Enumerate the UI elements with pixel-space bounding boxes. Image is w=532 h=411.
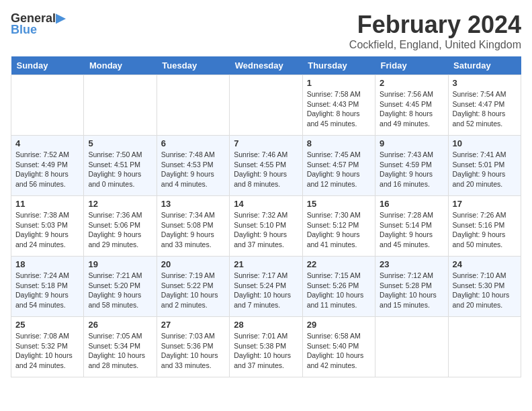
calendar-cell: 26Sunrise: 7:05 AM Sunset: 5:34 PM Dayli… — [84, 317, 157, 377]
day-number: 18 — [15, 259, 79, 269]
day-number: 15 — [307, 199, 371, 209]
day-number: 2 — [380, 78, 443, 88]
calendar-cell: 17Sunrise: 7:26 AM Sunset: 5:16 PM Dayli… — [448, 196, 521, 257]
day-info: Sunrise: 7:19 AM Sunset: 5:22 PM Dayligh… — [161, 271, 225, 310]
calendar-cell: 3Sunrise: 7:54 AM Sunset: 4:47 PM Daylig… — [448, 75, 521, 136]
calendar-cell: 15Sunrise: 7:30 AM Sunset: 5:12 PM Dayli… — [302, 196, 375, 257]
calendar-cell: 14Sunrise: 7:32 AM Sunset: 5:10 PM Dayli… — [230, 196, 302, 257]
calendar-week-0: 1Sunrise: 7:58 AM Sunset: 4:43 PM Daylig… — [11, 75, 521, 136]
weekday-header-thursday: Thursday — [302, 56, 375, 75]
day-info: Sunrise: 7:28 AM Sunset: 5:14 PM Dayligh… — [380, 210, 443, 250]
day-info: Sunrise: 7:21 AM Sunset: 5:20 PM Dayligh… — [88, 271, 152, 310]
day-info: Sunrise: 7:26 AM Sunset: 5:16 PM Dayligh… — [453, 210, 517, 250]
day-number: 23 — [380, 259, 443, 269]
calendar-cell: 9Sunrise: 7:43 AM Sunset: 4:59 PM Daylig… — [375, 136, 448, 196]
day-info: Sunrise: 7:36 AM Sunset: 5:06 PM Dayligh… — [88, 210, 152, 250]
day-info: Sunrise: 7:05 AM Sunset: 5:34 PM Dayligh… — [88, 331, 152, 371]
day-number: 6 — [161, 138, 225, 148]
day-info: Sunrise: 7:48 AM Sunset: 4:53 PM Dayligh… — [161, 150, 225, 189]
day-info: Sunrise: 7:50 AM Sunset: 4:51 PM Dayligh… — [88, 150, 152, 189]
day-info: Sunrise: 7:43 AM Sunset: 4:59 PM Dayligh… — [380, 150, 443, 189]
day-number: 10 — [453, 138, 517, 148]
day-info: Sunrise: 7:30 AM Sunset: 5:12 PM Dayligh… — [307, 210, 371, 250]
calendar-cell: 7Sunrise: 7:46 AM Sunset: 4:55 PM Daylig… — [230, 136, 302, 196]
calendar-cell — [230, 75, 302, 136]
title-block: February 2024 Cockfield, England, United… — [349, 11, 521, 51]
day-info: Sunrise: 7:03 AM Sunset: 5:36 PM Dayligh… — [161, 331, 225, 371]
calendar-cell: 4Sunrise: 7:52 AM Sunset: 4:49 PM Daylig… — [11, 136, 84, 196]
calendar-cell: 10Sunrise: 7:41 AM Sunset: 5:01 PM Dayli… — [448, 136, 521, 196]
day-number: 4 — [15, 138, 79, 148]
day-info: Sunrise: 7:12 AM Sunset: 5:28 PM Dayligh… — [380, 271, 443, 310]
weekday-header-saturday: Saturday — [448, 56, 521, 75]
calendar-body: 1Sunrise: 7:58 AM Sunset: 4:43 PM Daylig… — [11, 75, 521, 377]
day-info: Sunrise: 7:34 AM Sunset: 5:08 PM Dayligh… — [161, 210, 225, 250]
calendar-cell — [375, 317, 448, 377]
header: General▶ Blue February 2024 Cockfield, E… — [11, 11, 521, 51]
calendar-week-4: 25Sunrise: 7:08 AM Sunset: 5:32 PM Dayli… — [11, 317, 521, 377]
day-info: Sunrise: 7:24 AM Sunset: 5:18 PM Dayligh… — [15, 271, 79, 310]
calendar-cell: 8Sunrise: 7:45 AM Sunset: 4:57 PM Daylig… — [302, 136, 375, 196]
calendar-cell: 22Sunrise: 7:15 AM Sunset: 5:26 PM Dayli… — [302, 257, 375, 317]
weekday-header-wednesday: Wednesday — [230, 56, 302, 75]
day-info: Sunrise: 7:45 AM Sunset: 4:57 PM Dayligh… — [307, 150, 371, 189]
day-number: 9 — [380, 138, 443, 148]
weekday-header-tuesday: Tuesday — [157, 56, 229, 75]
calendar-cell — [157, 75, 229, 136]
day-number: 26 — [88, 320, 152, 330]
calendar-cell: 12Sunrise: 7:36 AM Sunset: 5:06 PM Dayli… — [84, 196, 157, 257]
page-subtitle: Cockfield, England, United Kingdom — [349, 39, 521, 51]
calendar-cell: 2Sunrise: 7:56 AM Sunset: 4:45 PM Daylig… — [375, 75, 448, 136]
day-number: 25 — [15, 320, 79, 330]
logo-blue: Blue — [11, 23, 37, 37]
day-number: 17 — [453, 199, 517, 209]
calendar-cell: 24Sunrise: 7:10 AM Sunset: 5:30 PM Dayli… — [448, 257, 521, 317]
day-info: Sunrise: 7:52 AM Sunset: 4:49 PM Dayligh… — [15, 150, 79, 189]
day-info: Sunrise: 7:10 AM Sunset: 5:30 PM Dayligh… — [453, 271, 517, 310]
calendar-cell: 6Sunrise: 7:48 AM Sunset: 4:53 PM Daylig… — [157, 136, 229, 196]
day-number: 14 — [234, 199, 298, 209]
weekday-header-monday: Monday — [84, 56, 157, 75]
day-number: 16 — [380, 199, 443, 209]
logo: General▶ Blue — [11, 11, 65, 37]
day-number: 7 — [234, 138, 298, 148]
day-number: 1 — [307, 78, 371, 88]
day-number: 27 — [161, 320, 225, 330]
calendar-cell — [84, 75, 157, 136]
calendar-cell: 13Sunrise: 7:34 AM Sunset: 5:08 PM Dayli… — [157, 196, 229, 257]
calendar-table: SundayMondayTuesdayWednesdayThursdayFrid… — [11, 56, 521, 377]
day-number: 5 — [88, 138, 152, 148]
day-info: Sunrise: 7:08 AM Sunset: 5:32 PM Dayligh… — [15, 331, 79, 371]
calendar-cell: 18Sunrise: 7:24 AM Sunset: 5:18 PM Dayli… — [11, 257, 84, 317]
calendar-cell: 25Sunrise: 7:08 AM Sunset: 5:32 PM Dayli… — [11, 317, 84, 377]
day-info: Sunrise: 7:32 AM Sunset: 5:10 PM Dayligh… — [234, 210, 298, 250]
calendar-cell: 20Sunrise: 7:19 AM Sunset: 5:22 PM Dayli… — [157, 257, 229, 317]
day-number: 29 — [307, 320, 371, 330]
day-info: Sunrise: 7:17 AM Sunset: 5:24 PM Dayligh… — [234, 271, 298, 310]
day-info: Sunrise: 7:41 AM Sunset: 5:01 PM Dayligh… — [453, 150, 517, 189]
calendar-cell: 11Sunrise: 7:38 AM Sunset: 5:03 PM Dayli… — [11, 196, 84, 257]
day-number: 11 — [15, 199, 79, 209]
day-info: Sunrise: 7:54 AM Sunset: 4:47 PM Dayligh… — [453, 89, 517, 129]
day-number: 22 — [307, 259, 371, 269]
calendar-cell: 1Sunrise: 7:58 AM Sunset: 4:43 PM Daylig… — [302, 75, 375, 136]
calendar-week-3: 18Sunrise: 7:24 AM Sunset: 5:18 PM Dayli… — [11, 257, 521, 317]
day-number: 20 — [161, 259, 225, 269]
day-number: 28 — [234, 320, 298, 330]
calendar-cell: 23Sunrise: 7:12 AM Sunset: 5:28 PM Dayli… — [375, 257, 448, 317]
day-info: Sunrise: 6:58 AM Sunset: 5:40 PM Dayligh… — [307, 331, 371, 371]
day-info: Sunrise: 7:15 AM Sunset: 5:26 PM Dayligh… — [307, 271, 371, 310]
day-info: Sunrise: 7:58 AM Sunset: 4:43 PM Dayligh… — [307, 89, 371, 129]
calendar-cell: 28Sunrise: 7:01 AM Sunset: 5:38 PM Dayli… — [230, 317, 302, 377]
calendar-week-2: 11Sunrise: 7:38 AM Sunset: 5:03 PM Dayli… — [11, 196, 521, 257]
day-number: 13 — [161, 199, 225, 209]
calendar-cell: 21Sunrise: 7:17 AM Sunset: 5:24 PM Dayli… — [230, 257, 302, 317]
calendar-cell — [448, 317, 521, 377]
day-number: 12 — [88, 199, 152, 209]
day-info: Sunrise: 7:46 AM Sunset: 4:55 PM Dayligh… — [234, 150, 298, 189]
day-info: Sunrise: 7:38 AM Sunset: 5:03 PM Dayligh… — [15, 210, 79, 250]
calendar-cell: 27Sunrise: 7:03 AM Sunset: 5:36 PM Dayli… — [157, 317, 229, 377]
calendar-cell — [11, 75, 84, 136]
page-title: February 2024 — [349, 11, 521, 39]
weekday-header-friday: Friday — [375, 56, 448, 75]
